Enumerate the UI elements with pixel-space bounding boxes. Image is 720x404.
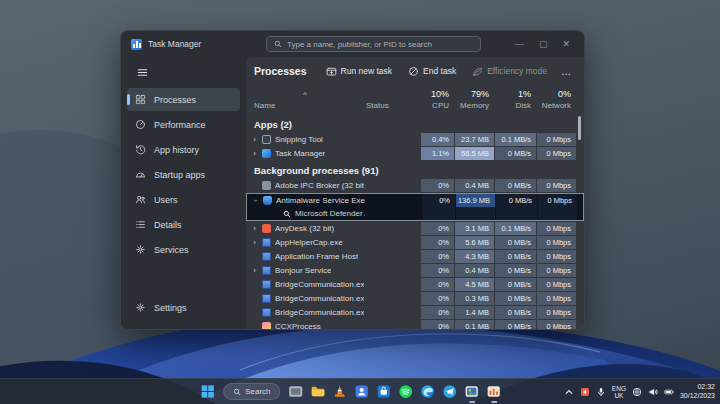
chevron-icon[interactable]: › (251, 236, 258, 249)
sidebar-item-users[interactable]: Users (127, 188, 240, 211)
battery-icon[interactable] (664, 387, 674, 397)
sidebar-item-details[interactable]: Details (127, 213, 240, 236)
sidebar-item-label: Settings (154, 303, 187, 313)
task-manager-window: Task Manager Type a name, publisher, or … (120, 30, 585, 330)
network-value: 0 Mbps (537, 306, 576, 319)
process-status (364, 236, 420, 249)
menu-icon[interactable] (130, 63, 154, 81)
column-header-network[interactable]: Network (536, 101, 576, 110)
chevron-icon[interactable]: › (251, 264, 258, 277)
telegram-icon (443, 384, 458, 399)
clock[interactable]: 02:32 30/12/2023 (680, 383, 715, 400)
selected-process-group[interactable]: › Antimalware Service Executable 0% 136.… (246, 193, 584, 221)
disk-value: 0 MB/s (495, 179, 536, 192)
nav-icon (135, 94, 146, 105)
process-row[interactable]: BridgeCommunication.exe 0% 0.3 MB 0 MB/s… (246, 292, 584, 305)
sidebar-item-services[interactable]: Services (127, 238, 240, 261)
language-indicator[interactable]: ENG UK (612, 385, 626, 399)
section-header[interactable]: Background processes (91) (246, 162, 584, 178)
store-taskbar-button[interactable] (376, 380, 393, 404)
process-row[interactable]: › Antimalware Service Executable 0% 136.… (247, 194, 583, 207)
anydesk-tray-icon[interactable] (580, 387, 590, 397)
column-header-status[interactable]: Status (364, 101, 420, 110)
sidebar-item-settings[interactable]: Settings (127, 296, 240, 319)
process-row[interactable]: › AppHelperCap.exe 0% 5.6 MB 0 MB/s 0 Mb… (246, 236, 584, 249)
maximize-button[interactable]: ▢ (539, 31, 548, 57)
chevron-icon[interactable]: › (251, 147, 258, 160)
file-explorer-icon (311, 384, 326, 399)
efficiency-mode-button[interactable]: Efficiency mode (466, 63, 553, 80)
network-globe-icon[interactable] (632, 387, 642, 397)
titlebar[interactable]: Task Manager Type a name, publisher, or … (121, 31, 584, 57)
process-name: Application Frame Host (275, 252, 358, 261)
close-button[interactable]: ✕ (562, 31, 570, 57)
exe-icon (262, 266, 271, 275)
edge-icon (421, 384, 436, 399)
process-row[interactable]: BridgeCommunication.exe 0% 4.5 MB 0 MB/s… (246, 278, 584, 291)
run-new-task-button[interactable]: Run new task (320, 63, 399, 80)
sidebar-item-label: Processes (154, 95, 196, 105)
cpu-value: 0% (421, 179, 454, 192)
more-options-button[interactable]: … (557, 63, 576, 80)
contacts-taskbar-button[interactable] (354, 380, 371, 404)
process-row[interactable]: BridgeCommunication.exe 0% 1.4 MB 0 MB/s… (246, 306, 584, 319)
end-task-button[interactable]: End task (402, 63, 462, 80)
chevron-icon[interactable]: › (251, 222, 258, 235)
search-input[interactable]: Type a name, publisher, or PID to search (266, 36, 481, 52)
start-button[interactable] (199, 380, 216, 404)
memory-value: 0.3 MB (455, 292, 494, 305)
anydesk-icon (262, 224, 271, 233)
network-value: 0 Mbps (537, 292, 576, 305)
memory-total: 79% (454, 89, 494, 99)
task-manager-taskbar-button[interactable] (486, 380, 503, 404)
scrollbar[interactable] (578, 116, 581, 140)
network-value: 0 Mbps (537, 250, 576, 263)
sidebar-item-app-history[interactable]: App history (127, 138, 240, 161)
chevron-icon[interactable]: › (249, 197, 262, 204)
cpu-value: 0% (421, 250, 454, 263)
sidebar-item-performance[interactable]: Performance (127, 113, 240, 136)
disk-value (496, 207, 537, 220)
edge-taskbar-button[interactable] (420, 380, 437, 404)
process-name: BridgeCommunication.exe (275, 280, 364, 289)
column-header-name[interactable]: Name (246, 101, 364, 110)
photos-taskbar-button[interactable] (464, 380, 481, 404)
hidden-icons-chevron[interactable] (564, 387, 574, 397)
process-row[interactable]: Microsoft Defender Antivi... (247, 207, 583, 220)
process-row[interactable]: Application Frame Host 0% 4.3 MB 0 MB/s … (246, 250, 584, 263)
column-header-memory[interactable]: Memory (454, 101, 494, 110)
network-value: 0 Mbps (537, 133, 576, 146)
vlc-taskbar-button[interactable] (332, 380, 349, 404)
cpu-value: 0% (421, 292, 454, 305)
taskbar-search[interactable]: Search (223, 383, 280, 400)
sidebar-item-processes[interactable]: Processes (127, 88, 240, 111)
volume-icon[interactable] (648, 387, 658, 397)
process-row[interactable]: › Bonjour Service 0% 0.4 MB 0 MB/s 0 Mbp… (246, 264, 584, 277)
disk-value: 0.1 MB/s (495, 222, 536, 235)
column-header-cpu[interactable]: CPU (420, 101, 454, 110)
process-row[interactable]: Adobe IPC Broker (32 bit) 0% 0.4 MB 0 MB… (246, 179, 584, 192)
nav-icon (135, 169, 146, 180)
sidebar-item-label: Users (154, 195, 178, 205)
chevron-icon[interactable]: › (251, 133, 258, 146)
network-value: 0 Mbps (537, 179, 576, 192)
column-header-disk[interactable]: Disk (494, 101, 536, 110)
spotify-taskbar-button[interactable] (398, 380, 415, 404)
process-row[interactable]: › Task Manager 1.1% 56.5 MB 0 MB/s 0 Mbp… (246, 147, 584, 160)
microphone-icon[interactable] (596, 387, 606, 397)
telegram-taskbar-button[interactable] (442, 380, 459, 404)
process-row[interactable]: CCXProcess 0% 0.1 MB 0 MB/s 0 Mbps (246, 320, 584, 329)
task-view-taskbar-button[interactable] (288, 380, 305, 404)
cpu-value: 0% (421, 278, 454, 291)
process-row[interactable]: › AnyDesk (32 bit) 0% 3.1 MB 0.1 MB/s 0 … (246, 222, 584, 235)
memory-value: 5.6 MB (455, 236, 494, 249)
minimize-button[interactable]: — (515, 31, 524, 57)
sidebar-item-startup-apps[interactable]: Startup apps (127, 163, 240, 186)
process-row[interactable]: › Snipping Tool 0.4% 23.7 MB 0.1 MB/s 0 … (246, 133, 584, 146)
nav-icon (135, 302, 146, 313)
memory-value (456, 207, 495, 220)
file-explorer-taskbar-button[interactable] (310, 380, 327, 404)
network-value: 0 Mbps (537, 278, 576, 291)
section-header[interactable]: Apps (2) (246, 116, 584, 132)
sidebar-item-label: Services (154, 245, 189, 255)
